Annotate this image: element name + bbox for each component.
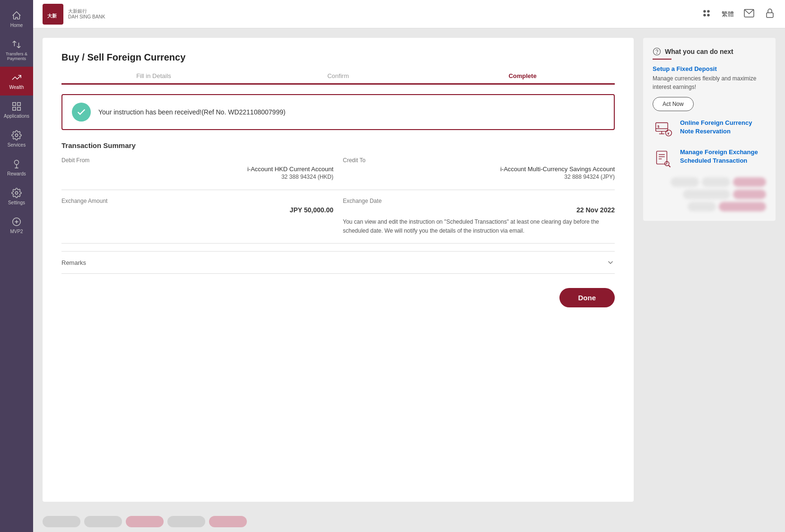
svg-rect-2 (13, 107, 16, 110)
svg-line-29 (669, 166, 671, 167)
transfer-icon (11, 39, 22, 50)
bank-name-chinese: 大新銀行 (68, 9, 105, 14)
svg-rect-3 (17, 107, 20, 110)
manage-fx-icon (654, 149, 673, 168)
exchange-date-value: 22 Nov 2022 (343, 206, 615, 214)
exchange-date-item: Exchange Date 22 Nov 2022 You can view a… (343, 198, 615, 235)
svg-point-11 (704, 14, 706, 16)
svg-point-6 (15, 192, 18, 194)
summary-accounts: Debit From i-Account HKD Current Account… (61, 157, 615, 180)
apps-icon[interactable] (701, 8, 712, 21)
svg-point-9 (704, 10, 706, 12)
right-blur-items (653, 177, 766, 211)
credit-account: i-Account Multi-Currency Savings Account (343, 166, 615, 173)
act-now-button[interactable]: Act Now (653, 97, 694, 111)
step-complete: Complete (430, 72, 615, 85)
page-title: Buy / Sell Foreign Currency (61, 52, 615, 63)
svg-rect-0 (13, 103, 16, 105)
sidebar-item-settings[interactable]: Settings (0, 182, 33, 211)
lock-icon[interactable] (764, 8, 776, 21)
debit-account: i-Account HKD Current Account (61, 166, 333, 173)
main-panel: Buy / Sell Foreign Currency Fill in Deta… (43, 38, 634, 502)
svg-rect-1 (17, 103, 20, 105)
services-icon (11, 130, 22, 140)
sidebar-item-home[interactable]: Home (0, 5, 33, 34)
main-area: 大新 大新銀行 DAH SING BANK 繁體 Buy / Sell Fore… (33, 0, 785, 532)
bank-name-english: DAH SING BANK (68, 14, 105, 20)
bank-name: 大新銀行 DAH SING BANK (68, 9, 105, 20)
sidebar-item-label: Transfers & Payments (6, 52, 27, 61)
mail-icon[interactable] (743, 8, 755, 21)
promo-item-manage-fx[interactable]: Manage Foreign Exchange Scheduled Transa… (653, 148, 766, 170)
checkmark-icon (76, 107, 87, 117)
sidebar-item-applications[interactable]: Applications (0, 96, 33, 124)
computer-currency-icon: $ ¥ (653, 119, 674, 140)
question-circle-icon (653, 47, 661, 56)
bottom-area (33, 511, 785, 532)
sidebar-item-mvp2[interactable]: MVP2 (0, 211, 33, 240)
step-bar-fill (61, 83, 246, 85)
credit-label: Credit To (343, 157, 615, 164)
exchange-note: You can view and edit the instruction on… (343, 218, 615, 235)
success-icon (72, 103, 91, 122)
sidebar-item-services[interactable]: Services (0, 124, 33, 153)
sidebar-item-transfers[interactable]: Transfers & Payments (0, 34, 33, 67)
fixed-deposit-title[interactable]: Setup a Fixed Deposit (653, 65, 766, 72)
language-button[interactable]: 繁體 (722, 10, 734, 18)
promo-item-foreign-currency[interactable]: $ ¥ Online Foreign Currency Note Reserva… (653, 119, 766, 140)
document-search-icon (653, 148, 674, 170)
topbar-right: 繁體 (701, 8, 776, 21)
remarks-row[interactable]: Remarks (61, 251, 615, 274)
bottom-blob-1 (43, 516, 80, 527)
svg-text:¥: ¥ (667, 131, 670, 136)
logo-area: 大新 大新銀行 DAH SING BANK (43, 4, 105, 25)
promo-label-manage-fx: Manage Foreign Exchange Scheduled Transa… (680, 148, 766, 165)
home-icon (11, 10, 22, 21)
svg-point-12 (707, 14, 709, 16)
exchange-row: Exchange Amount JPY 50,000.00 Exchange D… (61, 198, 615, 235)
transaction-summary: Transaction Summary Debit From i-Account… (61, 141, 615, 244)
bottom-blob-5 (209, 516, 247, 527)
exchange-date-label: Exchange Date (343, 198, 615, 204)
step-confirm: Confirm (246, 72, 430, 85)
done-button[interactable]: Done (559, 288, 615, 307)
step-bar-complete (430, 83, 615, 85)
summary-divider-2 (61, 243, 615, 244)
step-bar-confirm (246, 83, 430, 85)
sidebar-item-label: Home (10, 23, 23, 28)
wealth-icon (11, 72, 22, 83)
svg-point-16 (657, 53, 657, 53)
what-next-box: What you can do next Setup a Fixed Depos… (643, 38, 776, 221)
credit-number: 32 888 94324 (JPY) (343, 174, 615, 180)
promo-items: $ ¥ Online Foreign Currency Note Reserva… (653, 119, 766, 170)
sidebar-item-rewards[interactable]: Rewards (0, 153, 33, 182)
foreign-currency-icon: $ ¥ (654, 120, 673, 139)
what-next-title: What you can do next (665, 48, 733, 55)
remarks-label: Remarks (61, 259, 86, 266)
sidebar: Home Transfers & Payments Wealth Applica… (0, 0, 33, 532)
summary-title: Transaction Summary (61, 141, 615, 149)
debit-label: Debit From (61, 157, 333, 164)
settings-icon (11, 188, 22, 198)
mvp2-icon (11, 217, 22, 227)
applications-icon (11, 101, 22, 112)
bank-logo-icon: 大新 (43, 4, 63, 25)
bottom-blob-2 (84, 516, 122, 527)
svg-point-4 (15, 134, 18, 137)
done-row: Done (61, 288, 615, 307)
promo-label-foreign-currency: Online Foreign Currency Note Reservation (680, 119, 766, 136)
content-area: Buy / Sell Foreign Currency Fill in Deta… (33, 28, 785, 511)
topbar: 大新 大新銀行 DAH SING BANK 繁體 (33, 0, 785, 28)
svg-point-5 (14, 160, 18, 165)
chevron-down-icon (606, 258, 615, 267)
debit-number: 32 388 94324 (HKD) (61, 174, 333, 180)
svg-rect-14 (767, 13, 773, 17)
debit-from-item: Debit From i-Account HKD Current Account… (61, 157, 333, 180)
step-bar: Fill in Details Confirm Complete (61, 72, 615, 85)
sidebar-item-label: Rewards (7, 171, 26, 176)
what-next-header: What you can do next (653, 47, 766, 56)
svg-point-10 (707, 10, 709, 12)
sidebar-item-label: Settings (8, 200, 25, 205)
sidebar-item-wealth[interactable]: Wealth (0, 67, 33, 96)
svg-text:大新: 大新 (47, 13, 57, 18)
